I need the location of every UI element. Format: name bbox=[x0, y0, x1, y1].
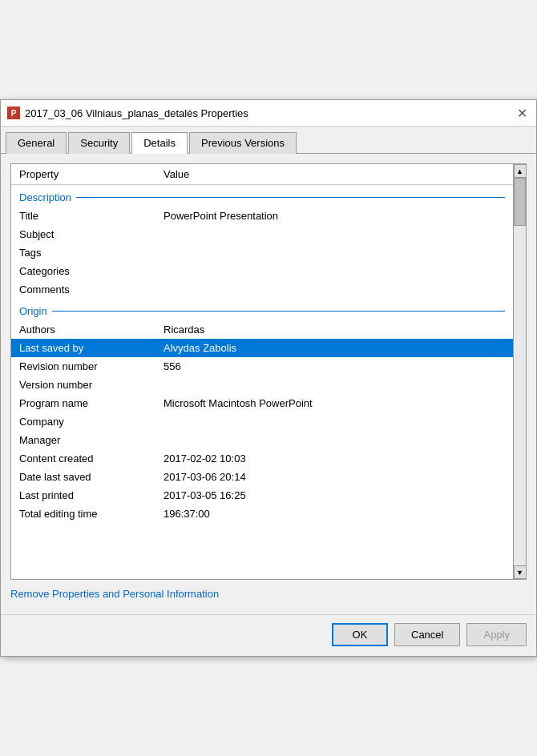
prop-subject-label: Subject bbox=[11, 225, 155, 243]
table-row-selected[interactable]: Last saved by Alvydas Zabolis bbox=[11, 339, 513, 357]
table-row[interactable]: Manager bbox=[11, 431, 513, 449]
section-label-description: Description bbox=[19, 191, 505, 203]
app-icon: P bbox=[7, 107, 20, 119]
prop-comments-value bbox=[155, 280, 513, 299]
table-row[interactable]: Version number bbox=[11, 376, 513, 394]
prop-title-value: PowerPoint Presentation bbox=[155, 207, 513, 225]
content-area: Property Value Description Title bbox=[1, 154, 536, 614]
ok-button[interactable]: OK bbox=[332, 623, 388, 646]
prop-revision-label: Revision number bbox=[11, 357, 155, 376]
prop-categories-label: Categories bbox=[11, 262, 155, 280]
prop-version-label: Version number bbox=[11, 376, 155, 394]
properties-table-scroll[interactable]: Property Value Description Title bbox=[11, 164, 513, 579]
prop-editing-time-value: 196:37:00 bbox=[155, 505, 513, 523]
prop-company-value bbox=[155, 412, 513, 431]
prop-tags-value bbox=[155, 243, 513, 262]
scroll-track[interactable] bbox=[514, 178, 526, 565]
table-row[interactable]: Last printed 2017-03-05 16:25 bbox=[11, 486, 513, 505]
prop-last-printed-value: 2017-03-05 16:25 bbox=[155, 486, 513, 505]
prop-comments-label: Comments bbox=[11, 280, 155, 299]
tab-details[interactable]: Details bbox=[131, 132, 188, 154]
table-row[interactable]: Program name Microsoft Macintosh PowerPo… bbox=[11, 394, 513, 412]
prop-lastsaved-label: Last saved by bbox=[11, 339, 155, 357]
prop-manager-value bbox=[155, 431, 513, 449]
tab-bar: General Security Details Previous Versio… bbox=[1, 127, 536, 154]
properties-table-container: Property Value Description Title bbox=[10, 163, 527, 580]
table-row[interactable]: Categories bbox=[11, 262, 513, 280]
prop-editing-time-label: Total editing time bbox=[11, 505, 155, 523]
prop-date-saved-value: 2017-03-06 20:14 bbox=[155, 468, 513, 486]
prop-lastsaved-value: Alvydas Zabolis bbox=[155, 339, 513, 357]
table-row[interactable]: Content created 2017-02-02 10:03 bbox=[11, 449, 513, 468]
window-title: 2017_03_06 Vilniaus_planas_detalės Prope… bbox=[25, 107, 248, 119]
button-bar: OK Cancel Apply bbox=[1, 614, 536, 656]
apply-button[interactable]: Apply bbox=[466, 623, 527, 646]
table-row[interactable]: Authors Ricardas bbox=[11, 320, 513, 339]
remove-properties-link-container: Remove Properties and Personal Informati… bbox=[10, 580, 527, 605]
section-origin: Origin bbox=[11, 299, 513, 320]
prop-categories-value bbox=[155, 262, 513, 280]
tab-general[interactable]: General bbox=[6, 132, 67, 154]
scroll-down-arrow[interactable]: ▼ bbox=[514, 565, 527, 579]
remove-properties-link[interactable]: Remove Properties and Personal Informati… bbox=[10, 588, 219, 600]
prop-authors-value: Ricardas bbox=[155, 320, 513, 339]
col-header-value: Value bbox=[155, 164, 513, 185]
prop-program-label: Program name bbox=[11, 394, 155, 412]
prop-revision-value: 556 bbox=[155, 357, 513, 376]
close-button[interactable]: ✕ bbox=[514, 105, 530, 121]
table-row[interactable]: Tags bbox=[11, 243, 513, 262]
table-row[interactable]: Subject bbox=[11, 225, 513, 243]
prop-subject-value bbox=[155, 225, 513, 243]
prop-authors-label: Authors bbox=[11, 320, 155, 339]
scroll-thumb[interactable] bbox=[514, 178, 526, 226]
table-row[interactable]: Revision number 556 bbox=[11, 357, 513, 376]
scrollbar[interactable]: ▲ ▼ bbox=[513, 164, 526, 579]
table-row[interactable]: Company bbox=[11, 412, 513, 431]
title-bar-left: P 2017_03_06 Vilniaus_planas_detalės Pro… bbox=[7, 107, 248, 119]
prop-tags-label: Tags bbox=[11, 243, 155, 262]
app-icon-letter: P bbox=[11, 109, 17, 118]
table-row[interactable]: Title PowerPoint Presentation bbox=[11, 207, 513, 225]
table-row[interactable]: Total editing time 196:37:00 bbox=[11, 505, 513, 523]
prop-program-value: Microsoft Macintosh PowerPoint bbox=[155, 394, 513, 412]
properties-table: Property Value Description Title bbox=[11, 164, 513, 523]
cancel-button[interactable]: Cancel bbox=[394, 623, 460, 646]
tab-security[interactable]: Security bbox=[68, 132, 130, 154]
title-bar: P 2017_03_06 Vilniaus_planas_detalės Pro… bbox=[1, 100, 536, 127]
prop-version-value bbox=[155, 376, 513, 394]
table-row[interactable]: Date last saved 2017-03-06 20:14 bbox=[11, 468, 513, 486]
properties-dialog: P 2017_03_06 Vilniaus_planas_detalės Pro… bbox=[0, 99, 537, 657]
tab-previous-versions[interactable]: Previous Versions bbox=[189, 132, 297, 154]
prop-content-created-value: 2017-02-02 10:03 bbox=[155, 449, 513, 468]
prop-last-printed-label: Last printed bbox=[11, 486, 155, 505]
table-row[interactable]: Comments bbox=[11, 280, 513, 299]
scroll-up-arrow[interactable]: ▲ bbox=[514, 164, 527, 178]
section-label-origin: Origin bbox=[19, 305, 505, 317]
section-description: Description bbox=[11, 185, 513, 207]
prop-company-label: Company bbox=[11, 412, 155, 431]
prop-date-saved-label: Date last saved bbox=[11, 468, 155, 486]
prop-content-created-label: Content created bbox=[11, 449, 155, 468]
prop-manager-label: Manager bbox=[11, 431, 155, 449]
prop-title-label: Title bbox=[11, 207, 155, 225]
col-header-property: Property bbox=[11, 164, 155, 185]
